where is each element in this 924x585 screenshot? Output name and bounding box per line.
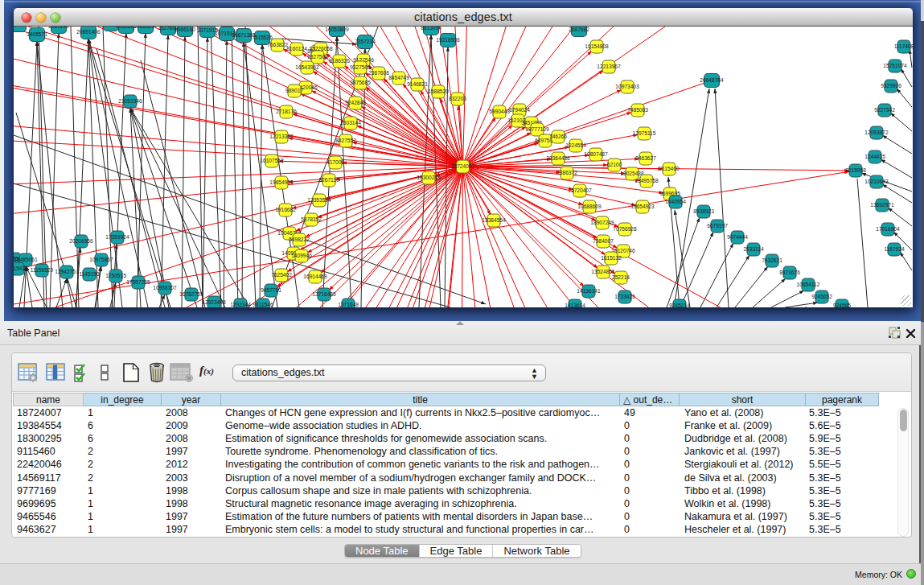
svg-text:5990443: 5990443 (489, 109, 510, 114)
svg-text:15720407: 15720407 (568, 187, 592, 193)
svg-text:20691406: 20691406 (76, 29, 101, 35)
svg-text:10807487: 10807487 (584, 151, 608, 157)
svg-text:9474444: 9474444 (727, 234, 748, 240)
svg-text:417006: 417006 (326, 159, 344, 165)
svg-text:9463627: 9463627 (635, 155, 656, 161)
svg-text:14136141: 14136141 (577, 288, 601, 294)
svg-text:16154808: 16154808 (585, 43, 609, 49)
svg-text:17957255: 17957255 (126, 279, 150, 285)
svg-text:9457791: 9457791 (261, 287, 281, 293)
svg-text:1371648: 1371648 (338, 302, 359, 307)
svg-text:13384554: 13384554 (482, 217, 506, 223)
svg-text:1167534: 1167534 (884, 246, 905, 252)
svg-text:924565: 924565 (833, 303, 851, 307)
svg-text:5498222: 5498222 (289, 237, 310, 242)
svg-text:19654955: 19654955 (269, 179, 294, 185)
svg-text:12975115: 12975115 (633, 130, 656, 136)
svg-text:3915436: 3915436 (14, 266, 28, 271)
svg-text:8454749: 8454749 (388, 75, 409, 80)
svg-text:10973403: 10973403 (615, 84, 639, 89)
svg-text:8267110: 8267110 (318, 177, 339, 183)
svg-text:1117408: 1117408 (894, 43, 913, 49)
svg-text:10853257: 10853257 (133, 27, 158, 29)
svg-text:18724007: 18724007 (451, 163, 475, 169)
svg-text:13692971: 13692971 (870, 202, 894, 208)
svg-text:1615132: 1615132 (601, 255, 622, 261)
svg-text:5878352: 5878352 (301, 216, 322, 222)
svg-text:16053809: 16053809 (325, 27, 349, 32)
svg-text:13716485: 13716485 (312, 291, 336, 297)
svg-text:1916682: 1916682 (275, 207, 296, 212)
svg-text:10025438: 10025438 (620, 171, 644, 176)
svg-text:2069140: 2069140 (48, 27, 69, 29)
svg-text:12353594: 12353594 (307, 197, 331, 203)
svg-text:2718176: 2718176 (276, 109, 297, 114)
svg-text:2367608: 2367608 (368, 70, 389, 76)
svg-text:8471676: 8471676 (779, 270, 800, 275)
svg-text:8186326: 8186326 (329, 58, 350, 64)
svg-text:10688609: 10688609 (577, 204, 602, 209)
svg-text:10210643: 10210643 (864, 179, 889, 184)
svg-text:9327503: 9327503 (307, 54, 328, 60)
svg-text:62100: 62100 (607, 162, 622, 167)
svg-text:17359924: 17359924 (105, 234, 129, 240)
svg-text:8427552: 8427552 (335, 138, 356, 143)
svg-text:6794024: 6794024 (509, 107, 530, 113)
svg-text:2687682: 2687682 (569, 27, 589, 32)
svg-text:9311546: 9311546 (253, 302, 273, 307)
svg-text:7515526: 7515526 (252, 35, 273, 40)
svg-text:8813054: 8813054 (421, 27, 441, 31)
svg-text:7357234: 7357234 (355, 39, 376, 44)
svg-text:12942757: 12942757 (55, 269, 79, 274)
svg-text:7984007: 7984007 (593, 238, 614, 244)
svg-text:9245652: 9245652 (811, 294, 832, 299)
svg-text:15751074: 15751074 (883, 63, 907, 68)
svg-text:7386372: 7386372 (556, 170, 577, 175)
svg-text:16485061: 16485061 (14, 257, 38, 262)
svg-text:8938923: 8938923 (693, 208, 714, 214)
svg-text:10654112: 10654112 (797, 282, 820, 287)
svg-text:26648784: 26648784 (700, 77, 724, 83)
svg-text:16914469: 16914469 (303, 274, 327, 279)
svg-text:9115460: 9115460 (659, 166, 680, 171)
svg-text:989017: 989017 (285, 88, 303, 93)
svg-text:1440954: 1440954 (665, 199, 686, 204)
svg-text:16107552: 16107552 (260, 158, 284, 163)
svg-text:1588520: 1588520 (428, 89, 449, 94)
svg-text:13495758: 13495758 (634, 178, 659, 183)
svg-text:1405571: 1405571 (27, 31, 47, 37)
svg-text:10975867: 10975867 (89, 257, 113, 262)
svg-text:12923448: 12923448 (202, 299, 226, 305)
svg-text:9329906: 9329906 (881, 83, 901, 89)
svg-text:252214: 252214 (612, 274, 630, 280)
svg-text:9227342: 9227342 (874, 107, 895, 113)
svg-text:7485063: 7485063 (627, 107, 648, 113)
svg-text:70756928: 70756928 (613, 226, 637, 232)
svg-text:1292344: 1292344 (230, 302, 251, 307)
svg-text:6679197: 6679197 (707, 223, 728, 229)
svg-text:21053346: 21053346 (118, 98, 142, 104)
svg-text:9146821: 9146821 (407, 81, 428, 87)
svg-text:17016504: 17016504 (876, 226, 900, 232)
svg-text:1733426: 1733426 (614, 294, 635, 299)
svg-text:16543962: 16543962 (295, 64, 319, 70)
svg-text:2603144: 2603144 (340, 120, 361, 126)
svg-text:9327508: 9327508 (350, 64, 371, 70)
svg-text:18907249: 18907249 (590, 220, 614, 225)
svg-text:12213967: 12213967 (597, 64, 621, 69)
svg-text:9245214: 9245214 (669, 303, 690, 307)
svg-text:19218506: 19218506 (436, 37, 460, 43)
svg-text:20364436: 20364436 (546, 155, 570, 161)
svg-text:18300215: 18300215 (417, 175, 441, 180)
svg-text:19654923: 19654923 (630, 204, 655, 209)
svg-text:1640557: 1640557 (14, 27, 29, 27)
svg-text:10958107: 10958107 (153, 285, 177, 290)
svg-text:12213369: 12213369 (269, 134, 294, 139)
svg-text:1244415: 1244415 (864, 154, 885, 159)
svg-text:1145193: 1145193 (79, 271, 100, 277)
svg-text:1409946: 1409946 (291, 253, 312, 258)
svg-text:8160124: 8160124 (286, 46, 307, 51)
svg-text:832203: 832203 (449, 96, 466, 101)
svg-text:1024554: 1024554 (565, 142, 586, 148)
svg-text:13524851: 13524851 (591, 269, 615, 274)
